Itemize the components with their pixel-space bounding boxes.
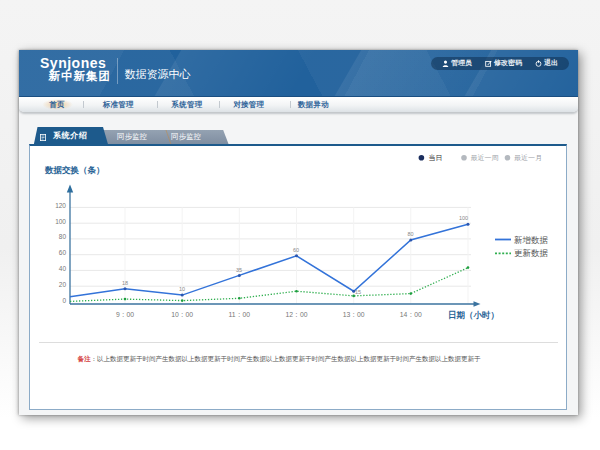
svg-text:80: 80 [59,233,67,240]
svg-text:13：00: 13：00 [343,311,365,318]
svg-text:15: 15 [355,289,361,295]
svg-text:日期（小时）: 日期（小时） [448,310,499,320]
svg-text:最近一周: 最近一周 [471,154,499,161]
svg-text:120: 120 [55,202,66,209]
svg-text:当日: 当日 [429,154,443,162]
svg-text:80: 80 [408,231,414,237]
svg-text:10: 10 [179,286,185,292]
svg-text:12：00: 12：00 [286,311,308,318]
svg-text:100: 100 [55,218,66,225]
svg-text:0: 0 [62,297,66,304]
svg-text:60: 60 [59,249,67,256]
svg-text:60: 60 [293,247,299,253]
svg-text:100: 100 [459,215,468,221]
svg-text:9：00: 9：00 [116,311,134,318]
svg-text:数据交换（条）: 数据交换（条） [44,165,105,175]
svg-text:更新数据: 更新数据 [514,248,549,258]
svg-text:40: 40 [59,265,67,272]
svg-text:14：00: 14：00 [400,311,422,318]
svg-text:最近一月: 最近一月 [514,154,542,162]
svg-text:35: 35 [236,267,242,273]
svg-text:18: 18 [122,280,128,286]
svg-text:20: 20 [59,281,67,288]
svg-text:10：00: 10：00 [171,311,193,318]
svg-text:新增数据: 新增数据 [514,235,549,245]
svg-text:11：00: 11：00 [229,311,251,318]
